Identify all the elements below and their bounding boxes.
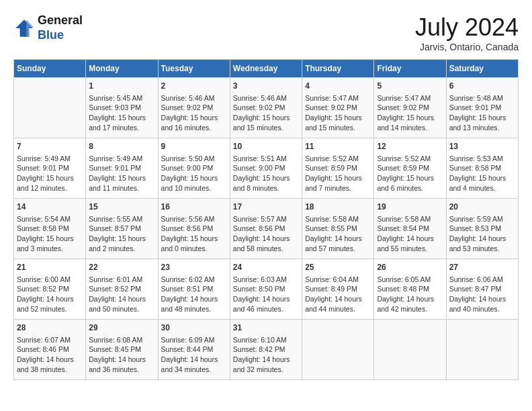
day-info: Sunrise: 6:03 AM Sunset: 8:50 PM Dayligh…: [233, 275, 299, 314]
calendar-cell: 12Sunrise: 5:52 AM Sunset: 8:59 PM Dayli…: [374, 138, 446, 199]
day-number: 21: [17, 262, 83, 273]
calendar-cell: 24Sunrise: 6:03 AM Sunset: 8:50 PM Dayli…: [230, 259, 302, 320]
day-header-tuesday: Tuesday: [158, 60, 230, 78]
calendar-cell: 6Sunrise: 5:48 AM Sunset: 9:01 PM Daylig…: [446, 78, 518, 138]
calendar-cell: 20Sunrise: 5:59 AM Sunset: 8:53 PM Dayli…: [446, 199, 518, 259]
day-number: 18: [305, 201, 371, 213]
day-number: 11: [305, 141, 371, 152]
calendar-table: SundayMondayTuesdayWednesdayThursdayFrid…: [13, 59, 519, 380]
logo-icon: [13, 17, 35, 39]
day-number: 27: [449, 262, 515, 273]
day-info: Sunrise: 5:45 AM Sunset: 9:03 PM Dayligh…: [89, 93, 154, 133]
day-info: Sunrise: 5:57 AM Sunset: 8:56 PM Dayligh…: [233, 214, 299, 254]
day-number: 22: [89, 262, 154, 273]
day-info: Sunrise: 5:51 AM Sunset: 9:00 PM Dayligh…: [233, 154, 299, 193]
day-number: 9: [161, 141, 227, 152]
day-number: 17: [233, 201, 299, 213]
day-info: Sunrise: 6:10 AM Sunset: 8:42 PM Dayligh…: [233, 335, 299, 375]
day-number: 20: [449, 201, 515, 213]
calendar-cell: 14Sunrise: 5:54 AM Sunset: 8:58 PM Dayli…: [14, 199, 86, 259]
day-info: Sunrise: 6:08 AM Sunset: 8:45 PM Dayligh…: [89, 335, 154, 375]
day-number: 19: [377, 201, 443, 213]
calendar-cell: 10Sunrise: 5:51 AM Sunset: 9:00 PM Dayli…: [230, 138, 302, 199]
day-number: 26: [377, 262, 443, 273]
calendar-cell: 29Sunrise: 6:08 AM Sunset: 8:45 PM Dayli…: [86, 320, 158, 380]
day-number: 8: [89, 141, 154, 152]
day-header-sunday: Sunday: [14, 60, 86, 78]
day-info: Sunrise: 5:46 AM Sunset: 9:02 PM Dayligh…: [233, 93, 299, 133]
day-info: Sunrise: 5:47 AM Sunset: 9:02 PM Dayligh…: [377, 93, 443, 133]
day-number: 13: [449, 141, 515, 152]
day-number: 5: [377, 81, 443, 92]
week-row-4: 21Sunrise: 6:00 AM Sunset: 8:52 PM Dayli…: [14, 259, 519, 320]
calendar-cell: 28Sunrise: 6:07 AM Sunset: 8:46 PM Dayli…: [14, 320, 86, 380]
calendar-cell: [374, 320, 446, 380]
day-number: 6: [449, 81, 515, 92]
day-info: Sunrise: 5:55 AM Sunset: 8:57 PM Dayligh…: [89, 214, 154, 254]
calendar-cell: 17Sunrise: 5:57 AM Sunset: 8:56 PM Dayli…: [230, 199, 302, 259]
calendar-cell: 16Sunrise: 5:56 AM Sunset: 8:56 PM Dayli…: [158, 199, 230, 259]
day-number: 16: [161, 201, 227, 213]
calendar-cell: 15Sunrise: 5:55 AM Sunset: 8:57 PM Dayli…: [86, 199, 158, 259]
calendar-cell: 30Sunrise: 6:09 AM Sunset: 8:44 PM Dayli…: [158, 320, 230, 380]
day-info: Sunrise: 5:47 AM Sunset: 9:02 PM Dayligh…: [305, 93, 371, 133]
logo-line2: Blue: [38, 28, 64, 42]
day-number: 24: [233, 262, 299, 273]
calendar-cell: 21Sunrise: 6:00 AM Sunset: 8:52 PM Dayli…: [14, 259, 86, 320]
week-row-3: 14Sunrise: 5:54 AM Sunset: 8:58 PM Dayli…: [14, 199, 519, 259]
day-header-friday: Friday: [374, 60, 446, 78]
calendar-cell: 3Sunrise: 5:46 AM Sunset: 9:02 PM Daylig…: [230, 78, 302, 138]
day-number: 4: [305, 81, 371, 92]
month-year: July 2024: [415, 13, 519, 42]
calendar-cell: [14, 78, 86, 138]
day-info: Sunrise: 5:53 AM Sunset: 8:58 PM Dayligh…: [449, 154, 515, 193]
day-number: 10: [233, 141, 299, 152]
calendar-cell: 1Sunrise: 5:45 AM Sunset: 9:03 PM Daylig…: [86, 78, 158, 138]
logo-line1: General: [38, 13, 83, 27]
day-header-monday: Monday: [86, 60, 158, 78]
week-row-1: 1Sunrise: 5:45 AM Sunset: 9:03 PM Daylig…: [14, 78, 519, 138]
day-number: 31: [233, 322, 299, 334]
day-info: Sunrise: 6:06 AM Sunset: 8:47 PM Dayligh…: [449, 275, 515, 314]
logo: General Blue: [13, 13, 83, 42]
page-header: General Blue July 2024 Jarvis, Ontario, …: [13, 13, 519, 52]
day-number: 29: [89, 322, 154, 334]
day-info: Sunrise: 6:00 AM Sunset: 8:52 PM Dayligh…: [17, 275, 83, 314]
day-number: 7: [17, 141, 83, 152]
calendar-cell: 22Sunrise: 6:01 AM Sunset: 8:52 PM Dayli…: [86, 259, 158, 320]
day-number: 2: [161, 81, 227, 92]
calendar-cell: 25Sunrise: 6:04 AM Sunset: 8:49 PM Dayli…: [302, 259, 374, 320]
day-number: 25: [305, 262, 371, 273]
day-info: Sunrise: 5:52 AM Sunset: 8:59 PM Dayligh…: [377, 154, 443, 193]
calendar-cell: 18Sunrise: 5:58 AM Sunset: 8:55 PM Dayli…: [302, 199, 374, 259]
day-info: Sunrise: 6:07 AM Sunset: 8:46 PM Dayligh…: [17, 335, 83, 375]
day-info: Sunrise: 6:01 AM Sunset: 8:52 PM Dayligh…: [89, 275, 154, 314]
day-number: 14: [17, 201, 83, 213]
week-row-5: 28Sunrise: 6:07 AM Sunset: 8:46 PM Dayli…: [14, 320, 519, 380]
svg-marker-0: [15, 19, 33, 37]
location: Jarvis, Ontario, Canada: [415, 42, 519, 52]
calendar-cell: [302, 320, 374, 380]
day-info: Sunrise: 5:50 AM Sunset: 9:00 PM Dayligh…: [161, 154, 227, 193]
day-number: 30: [161, 322, 227, 334]
calendar-cell: 27Sunrise: 6:06 AM Sunset: 8:47 PM Dayli…: [446, 259, 518, 320]
calendar-cell: 4Sunrise: 5:47 AM Sunset: 9:02 PM Daylig…: [302, 78, 374, 138]
calendar-cell: 9Sunrise: 5:50 AM Sunset: 9:00 PM Daylig…: [158, 138, 230, 199]
title-block: July 2024 Jarvis, Ontario, Canada: [415, 13, 519, 52]
day-info: Sunrise: 6:05 AM Sunset: 8:48 PM Dayligh…: [377, 275, 443, 314]
day-info: Sunrise: 5:49 AM Sunset: 9:01 PM Dayligh…: [89, 154, 154, 193]
day-info: Sunrise: 5:46 AM Sunset: 9:02 PM Dayligh…: [161, 93, 227, 133]
day-info: Sunrise: 5:48 AM Sunset: 9:01 PM Dayligh…: [449, 93, 515, 133]
day-info: Sunrise: 5:52 AM Sunset: 8:59 PM Dayligh…: [305, 154, 371, 193]
day-info: Sunrise: 5:59 AM Sunset: 8:53 PM Dayligh…: [449, 214, 515, 254]
day-info: Sunrise: 5:58 AM Sunset: 8:54 PM Dayligh…: [377, 214, 443, 254]
day-number: 23: [161, 262, 227, 273]
day-number: 3: [233, 81, 299, 92]
week-row-2: 7Sunrise: 5:49 AM Sunset: 9:01 PM Daylig…: [14, 138, 519, 199]
header-row: SundayMondayTuesdayWednesdayThursdayFrid…: [14, 60, 519, 78]
calendar-cell: 23Sunrise: 6:02 AM Sunset: 8:51 PM Dayli…: [158, 259, 230, 320]
day-info: Sunrise: 5:56 AM Sunset: 8:56 PM Dayligh…: [161, 214, 227, 254]
day-header-saturday: Saturday: [446, 60, 518, 78]
calendar-cell: 26Sunrise: 6:05 AM Sunset: 8:48 PM Dayli…: [374, 259, 446, 320]
day-info: Sunrise: 5:58 AM Sunset: 8:55 PM Dayligh…: [305, 214, 371, 254]
